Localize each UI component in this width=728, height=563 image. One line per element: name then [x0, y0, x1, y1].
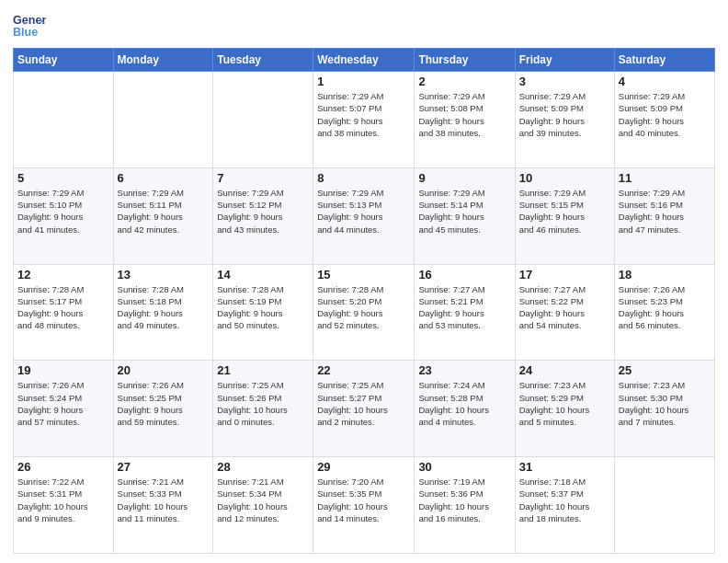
calendar-cell: 23Sunrise: 7:24 AM Sunset: 5:28 PM Dayli…: [415, 361, 515, 457]
day-info: Sunrise: 7:28 AM Sunset: 5:20 PM Dayligh…: [317, 283, 410, 332]
day-info: Sunrise: 7:18 AM Sunset: 5:37 PM Dayligh…: [519, 476, 610, 524]
day-number: 21: [217, 363, 309, 377]
calendar-cell: 26Sunrise: 7:22 AM Sunset: 5:31 PM Dayli…: [14, 457, 114, 554]
day-info: Sunrise: 7:22 AM Sunset: 5:31 PM Dayligh…: [17, 476, 109, 524]
calendar-cell: 28Sunrise: 7:21 AM Sunset: 5:34 PM Dayli…: [213, 457, 313, 554]
day-info: Sunrise: 7:29 AM Sunset: 5:07 PM Dayligh…: [317, 90, 410, 139]
calendar-cell: 31Sunrise: 7:18 AM Sunset: 5:37 PM Dayli…: [515, 457, 614, 554]
day-number: 3: [519, 75, 610, 88]
day-info: Sunrise: 7:21 AM Sunset: 5:34 PM Dayligh…: [217, 476, 309, 524]
day-number: 9: [418, 171, 510, 185]
calendar-body: 1Sunrise: 7:29 AM Sunset: 5:07 PM Daylig…: [14, 72, 715, 554]
day-info: Sunrise: 7:29 AM Sunset: 5:11 PM Dayligh…: [118, 187, 210, 236]
day-info: Sunrise: 7:28 AM Sunset: 5:17 PM Dayligh…: [17, 283, 109, 332]
day-number: 8: [317, 171, 410, 185]
day-number: 29: [317, 460, 410, 474]
day-info: Sunrise: 7:19 AM Sunset: 5:36 PM Dayligh…: [418, 476, 510, 524]
day-number: 25: [619, 363, 711, 377]
day-number: 31: [519, 460, 610, 474]
day-info: Sunrise: 7:29 AM Sunset: 5:14 PM Dayligh…: [418, 187, 510, 236]
calendar-cell: 17Sunrise: 7:27 AM Sunset: 5:22 PM Dayli…: [515, 264, 614, 361]
day-number: 30: [418, 460, 510, 474]
day-info: Sunrise: 7:29 AM Sunset: 5:13 PM Dayligh…: [317, 187, 410, 236]
calendar-cell: 30Sunrise: 7:19 AM Sunset: 5:36 PM Dayli…: [415, 457, 515, 554]
day-number: 27: [118, 460, 210, 474]
day-info: Sunrise: 7:25 AM Sunset: 5:27 PM Dayligh…: [317, 379, 410, 428]
day-number: 7: [217, 171, 309, 185]
day-number: 13: [118, 268, 210, 282]
calendar-cell: 6Sunrise: 7:29 AM Sunset: 5:11 PM Daylig…: [113, 167, 213, 264]
weekday-header-saturday: Saturday: [614, 49, 714, 72]
calendar-cell: 3Sunrise: 7:29 AM Sunset: 5:09 PM Daylig…: [515, 72, 614, 168]
calendar-cell: [14, 72, 114, 168]
day-info: Sunrise: 7:23 AM Sunset: 5:29 PM Dayligh…: [519, 379, 610, 428]
day-info: Sunrise: 7:24 AM Sunset: 5:28 PM Dayligh…: [418, 379, 510, 428]
calendar-cell: 13Sunrise: 7:28 AM Sunset: 5:18 PM Dayli…: [113, 264, 213, 361]
day-number: 11: [619, 171, 711, 185]
day-info: Sunrise: 7:29 AM Sunset: 5:09 PM Dayligh…: [519, 90, 610, 139]
logo-icon: General Blue: [13, 9, 46, 42]
day-info: Sunrise: 7:28 AM Sunset: 5:19 PM Dayligh…: [217, 283, 309, 332]
calendar-cell: [113, 72, 213, 168]
weekday-header-sunday: Sunday: [14, 49, 114, 72]
day-info: Sunrise: 7:27 AM Sunset: 5:21 PM Dayligh…: [418, 283, 510, 332]
calendar-cell: 1Sunrise: 7:29 AM Sunset: 5:07 PM Daylig…: [313, 72, 415, 168]
day-number: 4: [619, 75, 711, 88]
calendar-cell: [614, 457, 714, 554]
day-number: 5: [17, 171, 109, 185]
calendar-cell: 2Sunrise: 7:29 AM Sunset: 5:08 PM Daylig…: [415, 72, 515, 168]
calendar-cell: 27Sunrise: 7:21 AM Sunset: 5:33 PM Dayli…: [113, 457, 213, 554]
day-info: Sunrise: 7:29 AM Sunset: 5:10 PM Dayligh…: [17, 187, 109, 236]
week-row-0: 1Sunrise: 7:29 AM Sunset: 5:07 PM Daylig…: [14, 72, 715, 168]
day-number: 18: [619, 268, 711, 282]
day-number: 28: [217, 460, 309, 474]
calendar-cell: 5Sunrise: 7:29 AM Sunset: 5:10 PM Daylig…: [14, 167, 114, 264]
day-info: Sunrise: 7:25 AM Sunset: 5:26 PM Dayligh…: [217, 379, 309, 428]
calendar-cell: 20Sunrise: 7:26 AM Sunset: 5:25 PM Dayli…: [113, 361, 213, 457]
day-number: 20: [118, 363, 210, 377]
week-row-2: 12Sunrise: 7:28 AM Sunset: 5:17 PM Dayli…: [14, 264, 715, 361]
day-number: 17: [519, 268, 610, 282]
calendar-cell: 16Sunrise: 7:27 AM Sunset: 5:21 PM Dayli…: [415, 264, 515, 361]
day-info: Sunrise: 7:26 AM Sunset: 5:23 PM Dayligh…: [619, 283, 711, 332]
weekday-header-thursday: Thursday: [415, 49, 515, 72]
weekday-header-tuesday: Tuesday: [213, 49, 313, 72]
calendar-cell: 18Sunrise: 7:26 AM Sunset: 5:23 PM Dayli…: [614, 264, 714, 361]
calendar-cell: 25Sunrise: 7:23 AM Sunset: 5:30 PM Dayli…: [614, 361, 714, 457]
day-info: Sunrise: 7:28 AM Sunset: 5:18 PM Dayligh…: [118, 283, 210, 332]
day-number: 2: [418, 75, 510, 88]
day-number: 19: [17, 363, 109, 377]
day-number: 23: [418, 363, 510, 377]
calendar-page: General Blue SundayMondayTuesdayWednesda…: [0, 0, 728, 563]
day-info: Sunrise: 7:21 AM Sunset: 5:33 PM Dayligh…: [118, 476, 210, 524]
day-number: 10: [519, 171, 610, 185]
day-number: 6: [118, 171, 210, 185]
day-number: 12: [17, 268, 109, 282]
svg-text:Blue: Blue: [13, 26, 38, 39]
day-number: 22: [317, 363, 410, 377]
day-info: Sunrise: 7:26 AM Sunset: 5:24 PM Dayligh…: [17, 379, 109, 428]
day-info: Sunrise: 7:29 AM Sunset: 5:16 PM Dayligh…: [619, 187, 711, 236]
calendar-cell: [213, 72, 313, 168]
day-number: 14: [217, 268, 309, 282]
day-info: Sunrise: 7:29 AM Sunset: 5:08 PM Dayligh…: [418, 90, 510, 139]
weekday-header-monday: Monday: [113, 49, 213, 72]
day-info: Sunrise: 7:29 AM Sunset: 5:15 PM Dayligh…: [519, 187, 610, 236]
weekday-header-friday: Friday: [515, 49, 614, 72]
week-row-1: 5Sunrise: 7:29 AM Sunset: 5:10 PM Daylig…: [14, 167, 715, 264]
header: General Blue: [13, 9, 715, 42]
day-number: 24: [519, 363, 610, 377]
calendar-cell: 29Sunrise: 7:20 AM Sunset: 5:35 PM Dayli…: [313, 457, 415, 554]
logo: General Blue: [13, 9, 46, 42]
calendar-cell: 10Sunrise: 7:29 AM Sunset: 5:15 PM Dayli…: [515, 167, 614, 264]
calendar-table: SundayMondayTuesdayWednesdayThursdayFrid…: [13, 48, 715, 554]
day-info: Sunrise: 7:29 AM Sunset: 5:09 PM Dayligh…: [619, 90, 711, 139]
day-info: Sunrise: 7:26 AM Sunset: 5:25 PM Dayligh…: [118, 379, 210, 428]
calendar-cell: 4Sunrise: 7:29 AM Sunset: 5:09 PM Daylig…: [614, 72, 714, 168]
day-info: Sunrise: 7:29 AM Sunset: 5:12 PM Dayligh…: [217, 187, 309, 236]
calendar-cell: 7Sunrise: 7:29 AM Sunset: 5:12 PM Daylig…: [213, 167, 313, 264]
week-row-4: 26Sunrise: 7:22 AM Sunset: 5:31 PM Dayli…: [14, 457, 715, 554]
day-info: Sunrise: 7:27 AM Sunset: 5:22 PM Dayligh…: [519, 283, 610, 332]
calendar-cell: 21Sunrise: 7:25 AM Sunset: 5:26 PM Dayli…: [213, 361, 313, 457]
day-info: Sunrise: 7:20 AM Sunset: 5:35 PM Dayligh…: [317, 476, 410, 524]
